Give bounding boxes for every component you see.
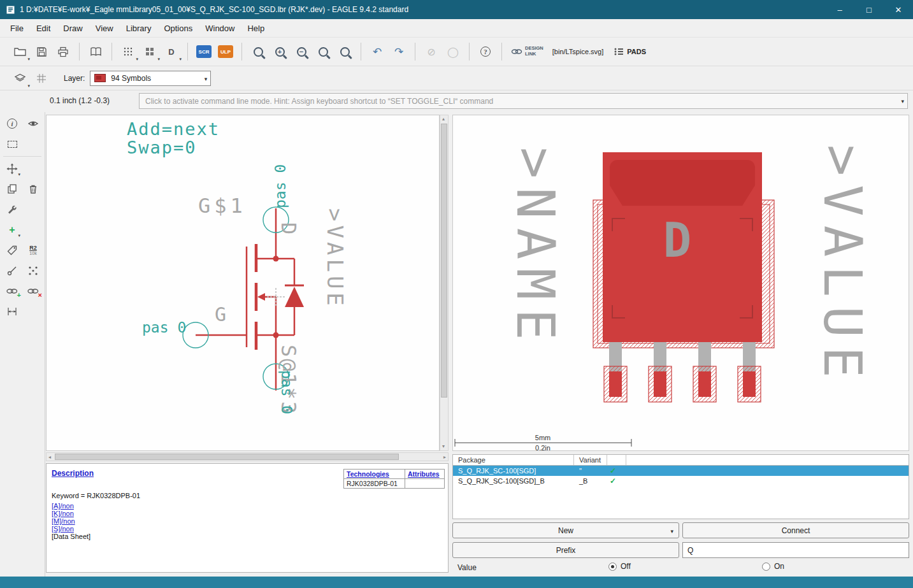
menu-library[interactable]: Library bbox=[120, 20, 158, 36]
package-canvas[interactable]: D 5mm 0.2in >NAME >VALUE bbox=[452, 115, 909, 451]
link-m-non[interactable]: [M]/non bbox=[52, 517, 75, 525]
link-a-non[interactable]: [A]/non bbox=[52, 502, 74, 510]
command-bar: 0.1 inch (1.2 -0.3) Click to activate co… bbox=[0, 90, 913, 112]
pin-drain-name: D bbox=[278, 222, 299, 234]
scroll-up-icon[interactable]: ▴ bbox=[442, 117, 445, 122]
menu-window[interactable]: Window bbox=[199, 20, 241, 36]
layer-select[interactable]: 94 Symbols ▾ bbox=[90, 71, 211, 86]
design-link-button[interactable]: DESIGNLINK bbox=[507, 41, 547, 62]
command-line-input[interactable]: Click to activate command line mode. Hin… bbox=[139, 93, 908, 109]
zoom-out-icon: − bbox=[297, 47, 306, 57]
menu-draw[interactable]: Draw bbox=[57, 20, 89, 36]
dimension-button[interactable] bbox=[3, 303, 21, 320]
palette-separator bbox=[3, 156, 41, 157]
radio-on-icon[interactable] bbox=[762, 563, 770, 571]
chain-add-icon: + bbox=[6, 287, 18, 296]
symbol-horizontal-scrollbar[interactable]: ◂ ▸ bbox=[46, 452, 449, 461]
layer-toolbar: ▾ Layer: 94 Symbols ▾ bbox=[0, 66, 913, 90]
prefix-value-field[interactable]: Q bbox=[682, 542, 909, 558]
caret-icon: ▾ bbox=[179, 57, 182, 61]
caret-icon: ▾ bbox=[901, 98, 904, 104]
scroll-right-icon[interactable]: ▸ bbox=[443, 455, 446, 460]
menu-edit[interactable]: Edit bbox=[30, 20, 57, 36]
grid-settings-button[interactable]: ▾ bbox=[117, 41, 139, 62]
description-link[interactable]: Description bbox=[52, 469, 94, 478]
package-row[interactable]: S_Q_RJK_SC-100[SGD]_B _B ✓ bbox=[453, 476, 909, 486]
pads-button[interactable]: PADS bbox=[608, 47, 651, 56]
column-approved bbox=[607, 455, 626, 465]
radio-off-icon[interactable] bbox=[608, 563, 617, 571]
package-row-selected[interactable]: S_Q_RJK_SC-100[SGD] '' ✓ bbox=[453, 466, 909, 476]
info-button[interactable]: i bbox=[3, 115, 21, 133]
menu-file[interactable]: File bbox=[4, 20, 30, 36]
change-layer-button[interactable]: ▾ bbox=[9, 68, 31, 89]
move-button[interactable]: ▾ bbox=[3, 160, 21, 178]
copy-button[interactable] bbox=[3, 180, 21, 198]
minimize-button[interactable]: – bbox=[825, 0, 854, 19]
value-on-option[interactable]: On bbox=[762, 562, 784, 571]
zoom-fit-button[interactable] bbox=[247, 41, 269, 62]
delete-button[interactable] bbox=[24, 180, 42, 198]
chain-remove-icon: × bbox=[27, 287, 40, 296]
grid-lines-icon bbox=[36, 73, 47, 83]
value-off-option[interactable]: Off bbox=[608, 562, 631, 571]
zoom-fit-icon bbox=[254, 47, 263, 57]
value-label: Value bbox=[457, 563, 477, 572]
scroll-left-icon[interactable]: ◂ bbox=[48, 455, 51, 460]
zoom-in-button[interactable]: + bbox=[269, 41, 291, 62]
link-s-non[interactable]: [S]/non bbox=[52, 525, 74, 533]
help-button[interactable]: ? bbox=[475, 41, 496, 62]
design-link-label-2: LINK bbox=[525, 51, 536, 57]
symbol-vertical-scrollbar[interactable]: ▴ ▾ bbox=[440, 115, 449, 451]
symbol-canvas[interactable]: Add=next Swap=0 G$1 >VALUE D G S@1*3 pas… bbox=[46, 115, 440, 451]
horizontal-scroll-thumb[interactable] bbox=[55, 454, 399, 460]
zoom-select-button[interactable] bbox=[312, 41, 334, 62]
dimension-icon bbox=[6, 306, 18, 317]
package-name-placeholder: >NAME bbox=[509, 147, 561, 349]
print-button[interactable] bbox=[52, 41, 74, 62]
technologies-header[interactable]: Technologies bbox=[344, 470, 405, 479]
split-button[interactable] bbox=[24, 262, 42, 280]
library-button[interactable] bbox=[85, 41, 106, 62]
show-button[interactable] bbox=[24, 115, 42, 133]
ltspice-export-button[interactable]: [bin/LTspice.svg] bbox=[547, 48, 609, 55]
caret-icon: ▾ bbox=[18, 233, 20, 238]
column-package[interactable]: Package bbox=[453, 455, 574, 465]
vertical-scroll-thumb[interactable] bbox=[441, 124, 447, 398]
device-mode-button[interactable]: D ▾ bbox=[161, 41, 182, 62]
value-button[interactable]: R210k bbox=[24, 241, 42, 259]
ulp-icon: ULP bbox=[218, 45, 233, 58]
zoom-out-button[interactable]: − bbox=[291, 41, 312, 62]
pin-button[interactable] bbox=[3, 262, 21, 280]
attributes-header[interactable]: Attributes bbox=[405, 470, 445, 479]
column-variant[interactable]: Variant bbox=[574, 455, 607, 465]
run-ulp-button[interactable]: ULP bbox=[215, 41, 236, 62]
link-k-non[interactable]: [K]/non bbox=[52, 510, 74, 517]
open-button[interactable]: ▾ bbox=[9, 41, 31, 62]
redo-button[interactable]: ↷ bbox=[388, 41, 410, 62]
pad-display-button[interactable]: ▾ bbox=[139, 41, 161, 62]
grid-toggle-button[interactable] bbox=[31, 68, 52, 89]
connect-button[interactable]: Connect bbox=[682, 522, 909, 538]
name-button[interactable] bbox=[3, 241, 21, 259]
prefix-button[interactable]: Prefix bbox=[452, 542, 679, 558]
add-part-button[interactable]: + ▾ bbox=[3, 221, 21, 239]
package-remove-link-button[interactable]: × bbox=[24, 282, 42, 300]
run-script-button[interactable]: SCR bbox=[193, 41, 215, 62]
layer-label: Layer: bbox=[64, 74, 85, 83]
maximize-button[interactable]: □ bbox=[854, 0, 884, 19]
zoom-redraw-button[interactable] bbox=[334, 41, 356, 62]
undo-button[interactable]: ↶ bbox=[366, 41, 388, 62]
new-button[interactable]: New ▾ bbox=[452, 522, 679, 538]
change-button[interactable] bbox=[3, 201, 21, 219]
scroll-down-icon[interactable]: ▾ bbox=[442, 444, 445, 449]
menu-help[interactable]: Help bbox=[241, 20, 271, 36]
selection-rect-icon bbox=[8, 141, 17, 148]
toolbar-separator bbox=[361, 43, 361, 61]
menu-view[interactable]: View bbox=[89, 20, 120, 36]
close-button[interactable]: ✕ bbox=[884, 0, 913, 19]
menu-options[interactable]: Options bbox=[157, 20, 199, 36]
mark-button[interactable] bbox=[3, 135, 21, 153]
save-button[interactable] bbox=[31, 41, 52, 62]
package-add-link-button[interactable]: + bbox=[3, 282, 21, 300]
